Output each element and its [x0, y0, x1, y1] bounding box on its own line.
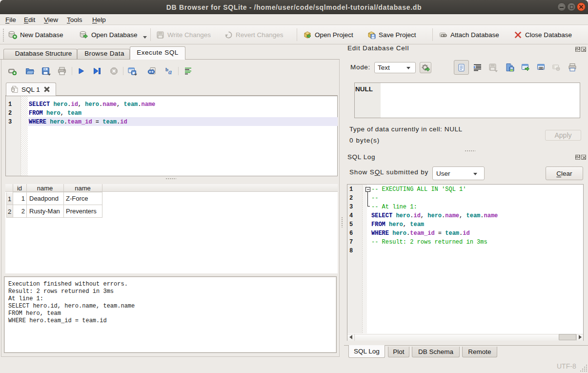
svg-text:a: a	[168, 68, 172, 75]
